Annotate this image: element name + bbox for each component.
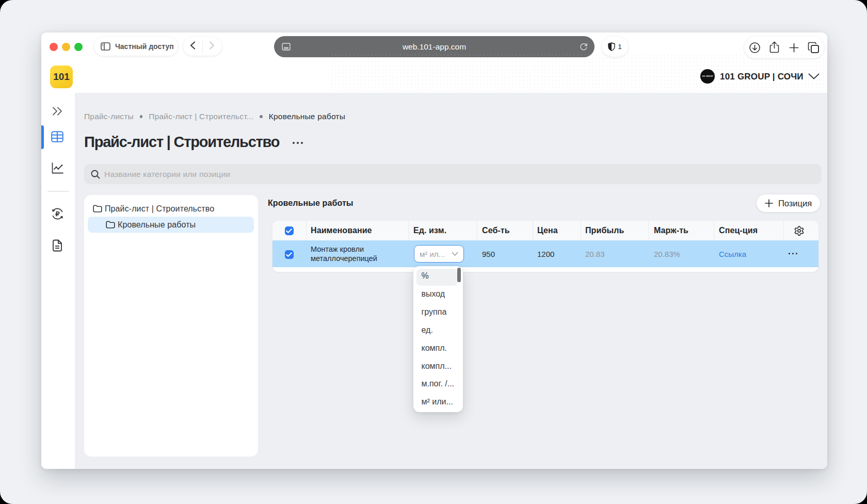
svg-text:₽: ₽ (55, 210, 60, 218)
